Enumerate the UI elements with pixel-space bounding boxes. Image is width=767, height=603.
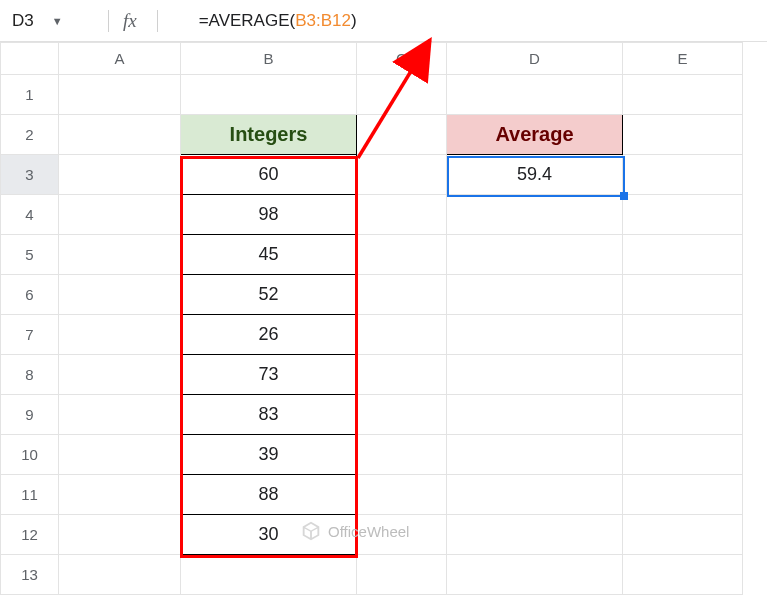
cell[interactable] xyxy=(59,475,181,515)
select-all-corner[interactable] xyxy=(1,43,59,75)
cell-b12[interactable]: 30 xyxy=(181,515,357,555)
cell[interactable] xyxy=(623,155,743,195)
cell[interactable] xyxy=(59,515,181,555)
col-header-d[interactable]: D xyxy=(447,43,623,75)
cell-b3[interactable]: 60 xyxy=(181,155,357,195)
cell[interactable] xyxy=(623,435,743,475)
cell-b6[interactable]: 52 xyxy=(181,275,357,315)
row-header-7[interactable]: 7 xyxy=(1,315,59,355)
cell[interactable] xyxy=(357,275,447,315)
cell[interactable] xyxy=(357,115,447,155)
cell[interactable] xyxy=(59,155,181,195)
row-header-12[interactable]: 12 xyxy=(1,515,59,555)
col-header-c[interactable]: C xyxy=(357,43,447,75)
cell[interactable] xyxy=(357,395,447,435)
cell[interactable] xyxy=(623,195,743,235)
cell[interactable] xyxy=(357,355,447,395)
cell[interactable] xyxy=(357,435,447,475)
name-box-value: D3 xyxy=(12,11,34,31)
row-header-1[interactable]: 1 xyxy=(1,75,59,115)
row-header-5[interactable]: 5 xyxy=(1,235,59,275)
cell-b4[interactable]: 98 xyxy=(181,195,357,235)
row-header-8[interactable]: 8 xyxy=(1,355,59,395)
cell[interactable] xyxy=(623,275,743,315)
row-header-4[interactable]: 4 xyxy=(1,195,59,235)
row-header-2[interactable]: 2 xyxy=(1,115,59,155)
formula-func: AVERAGE xyxy=(209,11,290,30)
cell[interactable] xyxy=(623,315,743,355)
cell[interactable] xyxy=(447,555,623,595)
cell[interactable] xyxy=(59,395,181,435)
cell[interactable] xyxy=(623,555,743,595)
cell[interactable] xyxy=(181,555,357,595)
header-average[interactable]: Average xyxy=(447,115,623,155)
row-header-9[interactable]: 9 xyxy=(1,395,59,435)
cell[interactable] xyxy=(357,555,447,595)
row-header-10[interactable]: 10 xyxy=(1,435,59,475)
cell[interactable] xyxy=(357,195,447,235)
selection-handle[interactable] xyxy=(620,192,628,200)
cell-b9[interactable]: 83 xyxy=(181,395,357,435)
cell[interactable] xyxy=(447,395,623,435)
cell[interactable] xyxy=(623,115,743,155)
cell[interactable] xyxy=(447,235,623,275)
cell[interactable] xyxy=(59,115,181,155)
cell-b5[interactable]: 45 xyxy=(181,235,357,275)
header-integers[interactable]: Integers xyxy=(181,115,357,155)
cell[interactable] xyxy=(357,315,447,355)
col-header-e[interactable]: E xyxy=(623,43,743,75)
cell[interactable] xyxy=(59,275,181,315)
col-header-b[interactable]: B xyxy=(181,43,357,75)
row-header-3[interactable]: 3 xyxy=(1,155,59,195)
cell[interactable] xyxy=(181,75,357,115)
cell[interactable] xyxy=(357,75,447,115)
cell[interactable] xyxy=(447,315,623,355)
cell[interactable] xyxy=(59,435,181,475)
cell-d3[interactable]: 59.4 xyxy=(447,155,623,195)
cell[interactable] xyxy=(59,75,181,115)
cell[interactable] xyxy=(357,235,447,275)
divider xyxy=(108,10,109,32)
cell[interactable] xyxy=(447,195,623,235)
cell[interactable] xyxy=(623,75,743,115)
name-box-dropdown-icon[interactable]: ▼ xyxy=(52,15,63,27)
name-box[interactable]: D3 ▼ xyxy=(0,11,98,31)
formula-close: ) xyxy=(351,11,357,30)
cell-b7[interactable]: 26 xyxy=(181,315,357,355)
cell[interactable] xyxy=(623,355,743,395)
cell[interactable] xyxy=(623,235,743,275)
cell[interactable] xyxy=(59,555,181,595)
cell[interactable] xyxy=(357,515,447,555)
formula-range: B3:B12 xyxy=(295,11,351,30)
formula-bar: D3 ▼ fx =AVERAGE(B3:B12) xyxy=(0,0,767,42)
cell[interactable] xyxy=(623,515,743,555)
fx-icon: fx xyxy=(123,10,137,32)
spreadsheet-grid[interactable]: A B C D E 1 2 Integers Average 3 60 59.4… xyxy=(0,42,767,603)
cell[interactable] xyxy=(447,75,623,115)
divider xyxy=(157,10,158,32)
cell[interactable] xyxy=(447,435,623,475)
cell[interactable] xyxy=(623,395,743,435)
cell[interactable] xyxy=(59,195,181,235)
cell[interactable] xyxy=(447,515,623,555)
row-header-11[interactable]: 11 xyxy=(1,475,59,515)
cell-b8[interactable]: 73 xyxy=(181,355,357,395)
cell[interactable] xyxy=(447,475,623,515)
cell[interactable] xyxy=(59,315,181,355)
cell[interactable] xyxy=(357,155,447,195)
col-header-a[interactable]: A xyxy=(59,43,181,75)
formula-eq: = xyxy=(199,11,209,30)
row-header-13[interactable]: 13 xyxy=(1,555,59,595)
cell-b10[interactable]: 39 xyxy=(181,435,357,475)
cell[interactable] xyxy=(623,475,743,515)
cell[interactable] xyxy=(447,355,623,395)
cell-b11[interactable]: 88 xyxy=(181,475,357,515)
cell[interactable] xyxy=(59,355,181,395)
cell[interactable] xyxy=(59,235,181,275)
row-header-6[interactable]: 6 xyxy=(1,275,59,315)
cell[interactable] xyxy=(447,275,623,315)
cell[interactable] xyxy=(357,475,447,515)
